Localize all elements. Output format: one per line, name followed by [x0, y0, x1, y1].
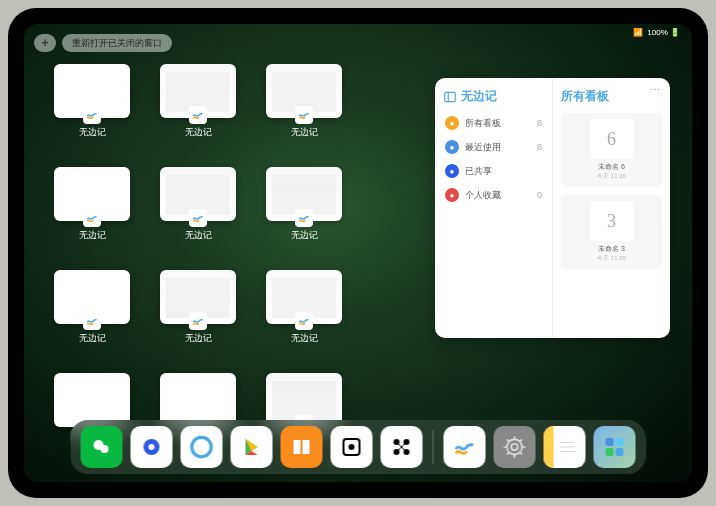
sidebar-item-label: 个人收藏 [465, 189, 501, 202]
dock-app-dice[interactable] [331, 426, 373, 468]
app-window[interactable]: 无边记 [160, 167, 236, 242]
board-item[interactable]: 6未命名 6今天 11:26 [561, 113, 662, 187]
more-icon[interactable]: ⋯ [650, 84, 660, 95]
board-timestamp: 今天 11:26 [597, 172, 626, 181]
window-label: 无边记 [79, 229, 106, 242]
window-thumbnail[interactable] [160, 64, 236, 118]
sidebar-item[interactable]: ●个人收藏0 [443, 183, 544, 207]
panel-right: 所有看板 6未命名 6今天 11:263未命名 3今天 11:25 [553, 78, 670, 338]
window-label: 无边记 [185, 126, 212, 139]
svg-point-15 [507, 439, 522, 454]
status-bar: 📶 100% 🔋 [633, 28, 680, 37]
board-thumbnail: 6 [590, 119, 634, 159]
app-window[interactable]: 无边记 [160, 64, 236, 139]
board-label: 未命名 3 [598, 244, 625, 254]
add-window-button[interactable]: + [34, 34, 56, 52]
svg-point-8 [350, 445, 354, 449]
app-window[interactable]: 无边记 [54, 64, 130, 139]
wifi-icon: 📶 [633, 28, 643, 37]
board-thumbnail: 3 [590, 201, 634, 241]
window-thumbnail[interactable] [160, 167, 236, 221]
sidebar-item-icon: ● [445, 116, 459, 130]
dock-app-connect[interactable] [381, 426, 423, 468]
app-switcher-grid: 无边记无边记无边记无边记无边记无边记无边记无边记无边记无边记无边记无边记 [54, 64, 414, 448]
app-window[interactable]: 无边记 [160, 270, 236, 345]
freeform-app-icon [83, 312, 101, 330]
window-thumbnail[interactable] [54, 167, 130, 221]
sidebar-item-count: 0 [537, 190, 542, 200]
window-label: 无边记 [185, 332, 212, 345]
sidebar-item-icon: ● [445, 164, 459, 178]
sidebar-item-label: 已共享 [465, 165, 492, 178]
window-thumbnail[interactable] [160, 270, 236, 324]
app-window[interactable]: 无边记 [266, 64, 342, 139]
board-item[interactable]: 3未命名 3今天 11:25 [561, 195, 662, 269]
reopen-closed-window-button[interactable]: 重新打开已关闭的窗口 [62, 34, 172, 52]
dock-app-play[interactable] [231, 426, 273, 468]
freeform-app-icon [189, 209, 207, 227]
freeform-app-icon [295, 312, 313, 330]
dock-app-books[interactable] [281, 426, 323, 468]
sidebar-item[interactable]: ●最近使用8 [443, 135, 544, 159]
stage-manager-bar: + 重新打开已关闭的窗口 [34, 34, 172, 52]
svg-point-5 [149, 444, 155, 450]
sidebar-item-icon: ● [445, 188, 459, 202]
freeform-app-icon [189, 312, 207, 330]
sidebar-item-count: 8 [537, 142, 542, 152]
dock-app-freeform[interactable] [444, 426, 486, 468]
sidebar-item-label: 最近使用 [465, 141, 501, 154]
window-thumbnail[interactable] [54, 64, 130, 118]
panel-left-title: 无边记 [461, 88, 497, 105]
window-label: 无边记 [79, 332, 106, 345]
svg-rect-22 [606, 448, 614, 456]
dock-app-browser[interactable] [131, 426, 173, 468]
svg-rect-23 [616, 448, 624, 456]
freeform-sidebar-panel[interactable]: ⋯ 无边记 ●所有看板8●最近使用8●已共享●个人收藏0 所有看板 6未命名 6… [435, 78, 670, 338]
board-label: 未命名 6 [598, 162, 625, 172]
app-window[interactable]: 无边记 [266, 167, 342, 242]
dock-app-recent-folder[interactable] [594, 426, 636, 468]
window-label: 无边记 [291, 229, 318, 242]
screen: 📶 100% 🔋 + 重新打开已关闭的窗口 无边记无边记无边记无边记无边记无边记… [24, 24, 692, 482]
svg-point-3 [101, 445, 109, 453]
window-thumbnail[interactable] [266, 64, 342, 118]
freeform-app-icon [295, 209, 313, 227]
sidebar-item-label: 所有看板 [465, 117, 501, 130]
window-thumbnail[interactable] [54, 270, 130, 324]
dock-app-notes[interactable] [544, 426, 586, 468]
dock-app-wechat[interactable] [81, 426, 123, 468]
dock-app-settings[interactable] [494, 426, 536, 468]
sidebar-item[interactable]: ●所有看板8 [443, 111, 544, 135]
window-thumbnail[interactable] [54, 373, 130, 427]
app-window[interactable]: 无边记 [266, 270, 342, 345]
freeform-app-icon [295, 106, 313, 124]
svg-point-6 [192, 437, 212, 457]
board-timestamp: 今天 11:25 [597, 254, 626, 263]
window-thumbnail[interactable] [266, 373, 342, 427]
sidebar-item-count: 8 [537, 118, 542, 128]
app-window[interactable]: 无边记 [54, 167, 130, 242]
window-label: 无边记 [291, 332, 318, 345]
sidebar-item[interactable]: ●已共享 [443, 159, 544, 183]
panel-left: 无边记 ●所有看板8●最近使用8●已共享●个人收藏0 [435, 78, 553, 338]
dock [71, 420, 646, 474]
battery-indicator: 100% 🔋 [647, 28, 680, 37]
dock-app-quark[interactable] [181, 426, 223, 468]
window-thumbnail[interactable] [266, 167, 342, 221]
window-label: 无边记 [185, 229, 212, 242]
app-window[interactable]: 无边记 [54, 270, 130, 345]
sidebar-item-icon: ● [445, 140, 459, 154]
freeform-app-icon [189, 106, 207, 124]
ipad-device: 📶 100% 🔋 + 重新打开已关闭的窗口 无边记无边记无边记无边记无边记无边记… [8, 8, 708, 498]
window-label: 无边记 [79, 126, 106, 139]
panel-right-title: 所有看板 [561, 88, 662, 105]
window-thumbnail[interactable] [266, 270, 342, 324]
svg-point-16 [511, 444, 518, 451]
window-thumbnail[interactable] [160, 373, 236, 427]
sidebar-toggle-icon[interactable] [443, 90, 457, 104]
window-label: 无边记 [291, 126, 318, 139]
dock-separator [433, 430, 434, 464]
svg-rect-21 [616, 438, 624, 446]
freeform-app-icon [83, 209, 101, 227]
freeform-app-icon [83, 106, 101, 124]
